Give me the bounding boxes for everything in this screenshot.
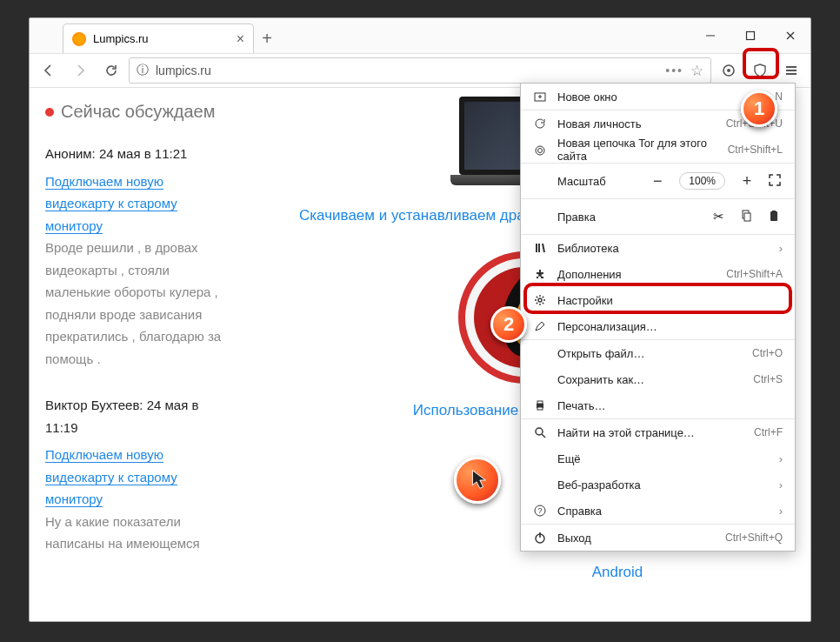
menu-accel: Ctrl+Shift+A xyxy=(726,268,783,280)
print-icon xyxy=(533,399,547,411)
new-tab-button[interactable]: + xyxy=(254,23,280,53)
browser-tab[interactable]: Lumpics.ru × xyxy=(63,23,254,53)
comment-link[interactable]: Подключаем новую видеокарту к старому мо… xyxy=(45,174,177,234)
address-bar[interactable]: ⓘ lumpics.ru ••• ☆ xyxy=(129,57,711,84)
menu-label: Персонализация… xyxy=(557,320,783,333)
menu-find[interactable]: Найти на этой странице… Ctrl+F xyxy=(521,419,795,445)
menu-web-dev[interactable]: Веб-разработка › xyxy=(521,471,795,498)
svg-rect-26 xyxy=(537,401,543,404)
menu-settings[interactable]: Настройки xyxy=(521,287,795,313)
help-icon: ? xyxy=(533,505,547,517)
discuss-sidebar: Сейчас обсуждаем Аноним: 24 мая в 11:21 … xyxy=(30,88,238,621)
comment-link[interactable]: Подключаем новую видеокарту к старому мо… xyxy=(45,447,177,507)
tab-close-icon[interactable]: × xyxy=(237,31,244,47)
menu-label: Масштаб xyxy=(533,175,636,188)
menu-library[interactable]: Библиотека › xyxy=(521,235,795,261)
svg-point-28 xyxy=(536,428,543,435)
menu-print[interactable]: Печать… xyxy=(521,392,795,418)
site-info-icon[interactable]: ⓘ xyxy=(137,63,149,78)
fullscreen-icon[interactable] xyxy=(769,174,783,189)
menu-accel: Ctrl+S xyxy=(753,373,783,385)
new-window-icon xyxy=(533,90,547,103)
menu-addons[interactable]: Дополнения Ctrl+Shift+A xyxy=(521,261,795,287)
menu-label: Правка xyxy=(533,211,699,224)
menu-accel: Ctrl+O xyxy=(752,347,783,359)
menu-label: Веб-разработка xyxy=(557,478,769,492)
back-button[interactable] xyxy=(35,57,63,84)
menu-customize[interactable]: Персонализация… xyxy=(521,313,795,339)
paste-icon[interactable] xyxy=(765,210,783,224)
menu-label: Открыть файл… xyxy=(557,347,742,360)
shield-icon[interactable] xyxy=(746,57,774,84)
menu-zoom: Масштаб − 100% + xyxy=(521,164,795,198)
reload-button[interactable] xyxy=(97,57,125,84)
comment-block: Виктор Бухтеев: 24 мая в 11:19 Подключае… xyxy=(45,394,223,555)
chevron-right-icon: › xyxy=(779,478,783,492)
library-icon xyxy=(533,242,547,254)
bookmark-star-icon[interactable]: ☆ xyxy=(690,62,703,80)
favicon-icon xyxy=(72,32,86,46)
app-menu-button[interactable] xyxy=(777,57,805,84)
chevron-right-icon: › xyxy=(779,452,783,465)
svg-point-24 xyxy=(538,298,542,302)
maximize-button[interactable] xyxy=(730,18,770,53)
menu-label: Новое окно xyxy=(557,90,764,104)
menu-help[interactable]: ? Справка › xyxy=(521,498,795,524)
menu-label: Настройки xyxy=(557,294,783,307)
menu-label: Новая цепочка Tor для этого сайта xyxy=(557,137,717,163)
comment-meta: Виктор Бухтеев: 24 мая в 11:19 xyxy=(45,394,223,438)
svg-rect-19 xyxy=(770,211,777,221)
paint-icon xyxy=(533,320,547,332)
menu-label: Ещё xyxy=(557,452,769,465)
svg-rect-20 xyxy=(772,211,776,212)
cut-icon[interactable]: ✂ xyxy=(710,209,727,224)
svg-rect-1 xyxy=(747,32,755,40)
callout-number: 1 xyxy=(754,97,764,120)
url-text: lumpics.ru xyxy=(156,64,211,77)
menu-save-as[interactable]: Сохранить как… Ctrl+S xyxy=(521,366,795,392)
svg-rect-27 xyxy=(537,407,543,410)
close-window-button[interactable] xyxy=(770,18,810,53)
forward-button[interactable] xyxy=(66,57,94,84)
discuss-heading: Сейчас обсуждаем xyxy=(45,102,223,122)
comment-body: Вроде решили , в дровах видеокарты , сто… xyxy=(45,237,223,370)
menu-more[interactable]: Ещё › xyxy=(521,445,795,471)
svg-point-15 xyxy=(536,146,544,155)
menu-accel: Ctrl+F xyxy=(754,426,783,438)
callout-number: 2 xyxy=(503,313,514,336)
power-icon xyxy=(533,532,547,544)
android-link[interactable]: Android xyxy=(574,564,661,581)
chevron-right-icon: › xyxy=(779,505,783,518)
minimize-button[interactable] xyxy=(690,18,730,53)
menu-accel: N xyxy=(775,90,783,103)
zoom-value[interactable]: 100% xyxy=(679,172,725,190)
copy-icon[interactable] xyxy=(737,210,755,224)
menu-accel: Ctrl+Shift+Q xyxy=(725,532,783,544)
discuss-title: Сейчас обсуждаем xyxy=(61,102,215,122)
menu-label: Библиотека xyxy=(557,242,769,255)
svg-point-5 xyxy=(727,69,730,72)
zoom-out-button[interactable]: − xyxy=(646,172,669,191)
svg-rect-18 xyxy=(744,213,750,221)
titlebar: Lumpics.ru × + xyxy=(30,18,810,53)
menu-new-tor-circuit[interactable]: Новая цепочка Tor для этого сайта Ctrl+S… xyxy=(521,137,795,163)
menu-label: Выход xyxy=(557,532,715,545)
menu-label: Справка xyxy=(557,505,769,518)
menu-open-file[interactable]: Открыть файл… Ctrl+O xyxy=(521,340,795,366)
onion-icon xyxy=(533,144,547,156)
addons-icon xyxy=(533,268,547,280)
identity-icon xyxy=(533,117,547,130)
comment-body: Ну а какие показатели написаны на имеюще… xyxy=(45,511,223,555)
menu-exit[interactable]: Выход Ctrl+Shift+Q xyxy=(521,525,795,551)
menu-label: Дополнения xyxy=(557,268,716,281)
callout-badge: 2 xyxy=(490,306,527,343)
svg-text:?: ? xyxy=(537,506,542,515)
callout-badge: 1 xyxy=(741,90,777,127)
zoom-in-button[interactable]: + xyxy=(736,172,758,191)
page-actions-icon[interactable]: ••• xyxy=(665,64,683,77)
menu-accel: Ctrl+Shift+L xyxy=(728,144,783,156)
svg-point-16 xyxy=(538,149,543,153)
menu-label: Сохранить как… xyxy=(557,373,743,386)
security-level-icon[interactable] xyxy=(715,57,743,84)
menu-edit: Правка ✂ xyxy=(521,199,795,234)
